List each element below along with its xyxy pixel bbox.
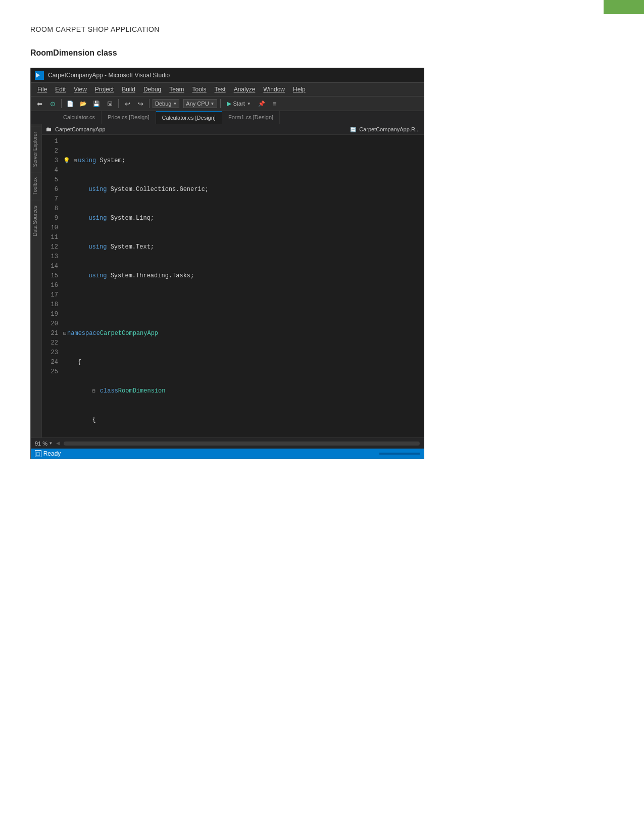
vs-statusbar: □ Ready xyxy=(31,449,424,459)
start-button[interactable]: ▶ Start ▼ xyxy=(224,99,254,108)
path-right: 🔄 CarpetCompanyApp.R... xyxy=(350,126,420,132)
vs-menubar: File Edit View Project Build Debug Team … xyxy=(31,83,424,96)
menu-test[interactable]: Test xyxy=(211,84,229,94)
section-title: RoomDimension class xyxy=(30,48,614,58)
side-tab-toolbox[interactable]: Toolbox xyxy=(31,172,41,200)
menu-file[interactable]: File xyxy=(34,84,51,94)
toolbar-sep-3 xyxy=(149,99,150,108)
vs-toolbar: ⬅ ⊙ 📄 📂 💾 🖫 ↩ ↪ Debug ▼ Any CPU ▼ ▶ Star… xyxy=(31,96,424,111)
menu-edit[interactable]: Edit xyxy=(52,84,69,94)
code-line-4: using System.Text; xyxy=(63,242,422,252)
menu-tools[interactable]: Tools xyxy=(189,84,210,94)
vs-path-bar: 🖿 CarpetCompanyApp 🔄 CarpetCompanyApp.R.… xyxy=(42,124,424,135)
debug-config-dropdown[interactable]: Debug ▼ xyxy=(153,99,179,108)
code-line-10: { xyxy=(63,415,422,425)
toolbar-circle-btn[interactable]: ⊙ xyxy=(47,98,58,109)
toolbar-sep-2 xyxy=(118,99,119,108)
vs-tabs-bar: Calculator.cs Price.cs [Design] Calculat… xyxy=(31,111,424,124)
path-right-text: CarpetCompanyApp.R... xyxy=(359,126,420,132)
code-line-8: { xyxy=(63,358,422,367)
toolbar-back-btn[interactable]: ⬅ xyxy=(34,98,45,109)
svg-rect-1 xyxy=(40,72,43,79)
statusbar-ready: □ Ready xyxy=(35,450,61,457)
tab-calculator-cs[interactable]: Calculator.cs xyxy=(57,111,102,124)
toolbar-sep-1 xyxy=(61,99,62,108)
toolbar-new-file-btn[interactable]: 📄 xyxy=(65,98,76,109)
zoom-arrow-icon: ▼ xyxy=(49,441,52,446)
toolbar-undo-btn[interactable]: ↩ xyxy=(122,98,133,109)
menu-project[interactable]: Project xyxy=(91,84,117,94)
platform-label: Any CPU xyxy=(186,101,209,107)
toolbar-redo-btn[interactable]: ↪ xyxy=(135,98,146,109)
menu-debug[interactable]: Debug xyxy=(140,84,165,94)
start-arrow: ▼ xyxy=(247,102,251,106)
menu-view[interactable]: View xyxy=(70,84,90,94)
vs-code-area: 1 2 3 4 5 6 7 8 9 10 11 12 13 14 15 16 1 xyxy=(42,135,424,437)
debug-config-label: Debug xyxy=(155,101,171,107)
code-line-9: ⊟ class RoomDimension xyxy=(63,386,422,396)
vs-editor: 🖿 CarpetCompanyApp 🔄 CarpetCompanyApp.R.… xyxy=(42,124,424,437)
vs-window: CarpetCompanyApp - Microsoft Visual Stud… xyxy=(30,68,424,459)
green-accent-bar xyxy=(604,0,644,14)
toolbar-save-all-btn[interactable]: 🖫 xyxy=(104,98,115,109)
vs-side-tabs: Server Explorer Toolbox Data Sources xyxy=(31,124,42,437)
vs-logo-icon xyxy=(35,71,44,80)
path-left: 🖿 CarpetCompanyApp xyxy=(46,126,106,133)
menu-analyze[interactable]: Analyze xyxy=(230,84,259,94)
platform-arrow: ▼ xyxy=(211,102,215,106)
lightbulb-icon: 💡 xyxy=(63,156,70,166)
toolbar-pin-btn[interactable]: 📌 xyxy=(256,98,267,109)
toolbar-open-btn[interactable]: 📂 xyxy=(78,98,89,109)
tab-calculator-design[interactable]: Calculator.cs [Design] xyxy=(156,111,222,124)
start-label: Start xyxy=(233,101,245,107)
toolbar-settings-btn[interactable]: ≡ xyxy=(269,98,280,109)
zoom-value: 91 % xyxy=(35,440,47,447)
start-triangle-icon: ▶ xyxy=(227,100,231,107)
vs-line-numbers: 1 2 3 4 5 6 7 8 9 10 11 12 13 14 15 16 1 xyxy=(42,137,61,437)
vs-zoombar: 91 % ▼ ◀ xyxy=(31,437,424,449)
statusbar-square-icon: □ xyxy=(35,450,41,457)
page-title: ROOM CARPET SHOP APPLICATION xyxy=(30,25,614,33)
side-tab-data-sources[interactable]: Data Sources xyxy=(31,200,41,241)
side-tab-server-explorer[interactable]: Server Explorer xyxy=(31,126,41,172)
statusbar-progress xyxy=(379,453,420,455)
svg-marker-0 xyxy=(36,73,40,78)
code-line-3: using System.Linq; xyxy=(63,214,422,223)
vs-code-lines: 💡 ⊟using System; using System.Collection… xyxy=(61,137,424,437)
horizontal-scrollbar[interactable] xyxy=(64,441,420,446)
statusbar-ready-text: Ready xyxy=(43,450,61,457)
tab-form1-design[interactable]: Form1.cs [Design] xyxy=(222,111,280,124)
vs-main-area: Server Explorer Toolbox Data Sources 🖿 C… xyxy=(31,124,424,437)
debug-config-arrow: ▼ xyxy=(173,102,177,106)
code-line-2: using System.Collections.Generic; xyxy=(63,185,422,194)
platform-dropdown[interactable]: Any CPU ▼ xyxy=(183,99,217,108)
toolbar-sep-4 xyxy=(220,99,221,108)
toolbar-save-btn[interactable]: 💾 xyxy=(91,98,102,109)
code-line-5: using System.Threading.Tasks; xyxy=(63,271,422,281)
menu-team[interactable]: Team xyxy=(166,84,187,94)
tab-price-design[interactable]: Price.cs [Design] xyxy=(102,111,156,124)
code-line-1: 💡 ⊟using System; xyxy=(63,156,422,166)
code-line-6 xyxy=(63,300,422,310)
code-line-7: ⊟namespace CarpetCompanyApp xyxy=(63,329,422,338)
menu-window[interactable]: Window xyxy=(260,84,288,94)
vs-titlebar: CarpetCompanyApp - Microsoft Visual Stud… xyxy=(31,68,424,83)
menu-build[interactable]: Build xyxy=(118,84,139,94)
menu-help[interactable]: Help xyxy=(289,84,309,94)
vs-title-text: CarpetCompanyApp - Microsoft Visual Stud… xyxy=(48,72,170,79)
